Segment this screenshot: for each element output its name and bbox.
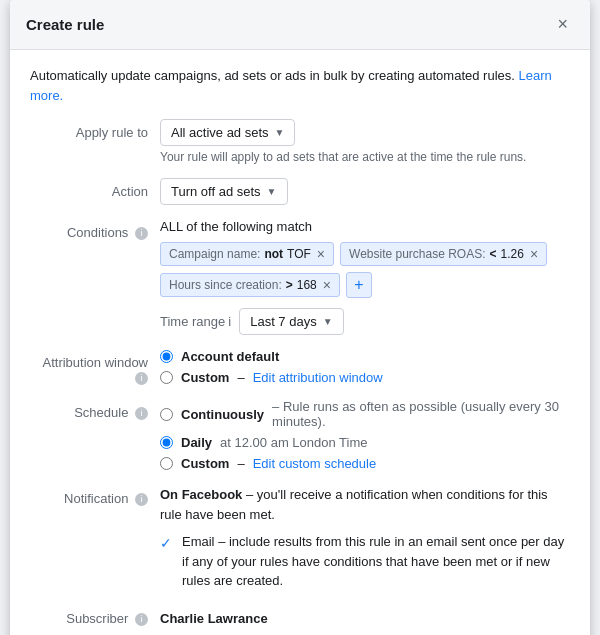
conditions-content: ALL of the following match Campaign name… — [160, 219, 570, 335]
apply-rule-arrow-icon: ▼ — [275, 127, 285, 138]
email-check-icon: ✓ — [160, 533, 174, 554]
modal-title: Create rule — [26, 16, 104, 33]
attribution-dash: – — [237, 370, 244, 385]
apply-rule-row: Apply rule to All active ad sets ▼ Your … — [30, 119, 570, 164]
conditions-row: Conditions i ALL of the following match … — [30, 219, 570, 335]
action-label: Action — [30, 178, 160, 199]
action-row: Action Turn off ad sets ▼ — [30, 178, 570, 205]
subscriber-name: Charlie Lawrance — [160, 605, 570, 626]
tag-hours-operator: > — [286, 278, 293, 292]
notification-row: Notification i On Facebook – you'll rece… — [30, 485, 570, 591]
attribution-custom-radio[interactable] — [160, 371, 173, 384]
time-range-dropdown[interactable]: Last 7 days ▼ — [239, 308, 343, 335]
notification-info-icon[interactable]: i — [135, 493, 148, 506]
conditions-match-text: ALL of the following match — [160, 219, 570, 234]
notification-email-item: ✓ Email – include results from this rule… — [160, 532, 570, 591]
schedule-custom-radio[interactable] — [160, 457, 173, 470]
create-rule-modal: Create rule × Automatically update campa… — [10, 0, 590, 635]
action-content: Turn off ad sets ▼ — [160, 178, 570, 205]
schedule-daily[interactable]: Daily at 12.00 am London Time — [160, 435, 570, 450]
notification-label: Notification i — [30, 485, 160, 506]
attribution-info-icon[interactable]: i — [135, 372, 148, 385]
attribution-label: Attribution window i — [30, 349, 160, 385]
schedule-continuously[interactable]: Continuously – Rule runs as often as pos… — [160, 399, 570, 429]
tag-roas-value: 1.26 — [501, 247, 524, 261]
subscriber-content: Charlie Lawrance — [160, 605, 570, 626]
attribution-default-radio[interactable] — [160, 350, 173, 363]
notification-email-text: Email – include results from this rule i… — [182, 532, 570, 591]
action-value: Turn off ad sets — [171, 184, 261, 199]
tag-campaign-operator: not — [264, 247, 283, 261]
schedule-daily-label: Daily — [181, 435, 212, 450]
time-range-row: Time range i Last 7 days ▼ — [160, 308, 570, 335]
time-range-arrow-icon: ▼ — [323, 316, 333, 327]
time-range-info-icon[interactable]: i — [228, 314, 231, 329]
time-range-value: Last 7 days — [250, 314, 317, 329]
schedule-continuously-desc: – Rule runs as often as possible (usuall… — [272, 399, 570, 429]
notification-main-text: On Facebook – you'll receive a notificat… — [160, 485, 570, 524]
conditions-info-icon[interactable]: i — [135, 227, 148, 240]
conditions-tags: Campaign name: not TOF × Website purchas… — [160, 242, 570, 298]
attribution-custom-label: Custom — [181, 370, 229, 385]
condition-tag-campaign: Campaign name: not TOF × — [160, 242, 334, 266]
schedule-custom[interactable]: Custom – Edit custom schedule — [160, 456, 570, 471]
attribution-custom-link[interactable]: Edit attribution window — [253, 370, 383, 385]
schedule-custom-link[interactable]: Edit custom schedule — [253, 456, 377, 471]
intro-text: Automatically update campaigns, ad sets … — [30, 66, 570, 105]
apply-rule-dropdown[interactable]: All active ad sets ▼ — [160, 119, 295, 146]
tag-campaign-value: TOF — [287, 247, 311, 261]
tag-roas-operator: < — [490, 247, 497, 261]
schedule-continuously-radio[interactable] — [160, 408, 173, 421]
conditions-label-text: Conditions i — [30, 219, 160, 240]
schedule-continuously-label: Continuously — [181, 407, 264, 422]
condition-tag-hours: Hours since creation: > 168 × — [160, 273, 340, 297]
subscriber-label: Subscriber i — [30, 605, 160, 626]
modal-body: Automatically update campaigns, ad sets … — [10, 50, 590, 635]
email-bold-label: Email — [182, 534, 215, 549]
tag-roas-label: Website purchase ROAS: — [349, 247, 486, 261]
tag-hours-close-icon[interactable]: × — [323, 278, 331, 292]
tag-campaign-close-icon[interactable]: × — [317, 247, 325, 261]
schedule-daily-desc: at 12.00 am London Time — [220, 435, 367, 450]
apply-rule-helper: Your rule will apply to ad sets that are… — [160, 150, 570, 164]
action-arrow-icon: ▼ — [267, 186, 277, 197]
action-dropdown[interactable]: Turn off ad sets ▼ — [160, 178, 288, 205]
notification-content: On Facebook – you'll receive a notificat… — [160, 485, 570, 591]
attribution-default-label: Account default — [181, 349, 279, 364]
add-condition-button[interactable]: + — [346, 272, 372, 298]
attribution-account-default[interactable]: Account default — [160, 349, 570, 364]
attribution-content: Account default Custom – Edit attributio… — [160, 349, 570, 385]
time-range-label: Time range i — [160, 314, 231, 329]
apply-rule-value: All active ad sets — [171, 125, 269, 140]
modal-header: Create rule × — [10, 0, 590, 50]
condition-tag-roas: Website purchase ROAS: < 1.26 × — [340, 242, 547, 266]
email-label-rest: – include results from this rule in an e… — [182, 534, 564, 588]
notification-bold: On Facebook — [160, 487, 242, 502]
schedule-custom-label: Custom — [181, 456, 229, 471]
apply-rule-label: Apply rule to — [30, 119, 160, 140]
subscriber-info-icon[interactable]: i — [135, 613, 148, 626]
schedule-content: Continuously – Rule runs as often as pos… — [160, 399, 570, 471]
schedule-custom-dash: – — [237, 456, 244, 471]
attribution-custom[interactable]: Custom – Edit attribution window — [160, 370, 570, 385]
apply-rule-content: All active ad sets ▼ Your rule will appl… — [160, 119, 570, 164]
schedule-radio-group: Continuously – Rule runs as often as pos… — [160, 399, 570, 471]
tag-hours-label: Hours since creation: — [169, 278, 282, 292]
tag-hours-value: 168 — [297, 278, 317, 292]
close-button[interactable]: × — [551, 12, 574, 37]
tag-campaign-label: Campaign name: — [169, 247, 260, 261]
schedule-row: Schedule i Continuously – Rule runs as o… — [30, 399, 570, 471]
attribution-radio-group: Account default Custom – Edit attributio… — [160, 349, 570, 385]
subscriber-row: Subscriber i Charlie Lawrance — [30, 605, 570, 626]
schedule-label: Schedule i — [30, 399, 160, 420]
schedule-daily-radio[interactable] — [160, 436, 173, 449]
tag-roas-close-icon[interactable]: × — [530, 247, 538, 261]
schedule-info-icon[interactable]: i — [135, 407, 148, 420]
attribution-row: Attribution window i Account default Cus… — [30, 349, 570, 385]
